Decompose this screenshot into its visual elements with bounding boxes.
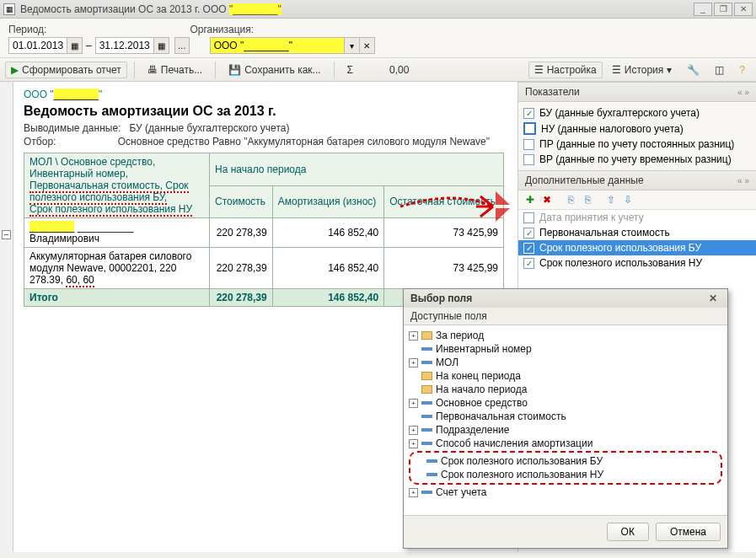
tree-item[interactable]: Срок полезного использования БУ bbox=[414, 454, 717, 468]
report-table: МОЛ \ Основное средство, Инвентарный ном… bbox=[24, 153, 504, 307]
field-icon bbox=[421, 401, 432, 405]
cancel-button[interactable]: Отмена bbox=[656, 523, 721, 541]
tree-item-label: Первоначальная стоимость bbox=[436, 410, 566, 422]
paste-icon[interactable]: ⎘ bbox=[581, 193, 594, 207]
tree-item-label: На конец периода bbox=[436, 370, 521, 382]
expand-icon[interactable]: + bbox=[409, 358, 418, 368]
close-button[interactable]: ✕ bbox=[734, 3, 753, 16]
tree-item[interactable]: +Подразделение bbox=[409, 423, 722, 437]
row-name-hl: ________ bbox=[29, 221, 74, 233]
window-title-org: "________" bbox=[229, 3, 281, 15]
indicator-row[interactable]: ВР (данные по учету временных разниц) bbox=[523, 152, 751, 167]
tree-item[interactable]: Срок полезного использования НУ bbox=[414, 468, 717, 481]
tree-item-label: МОЛ bbox=[436, 357, 458, 368]
report-org: ООО "________" bbox=[24, 89, 507, 100]
period-label: Период: bbox=[8, 24, 46, 35]
expand-icon[interactable]: + bbox=[409, 439, 418, 448]
tree-item-label: За период bbox=[436, 330, 484, 341]
tree-item[interactable]: +Счет учета bbox=[409, 486, 722, 499]
extra-data-row[interactable]: ✓Срок полезного использования НУ bbox=[518, 255, 756, 271]
hdr-left: МОЛ \ Основное средство, Инвентарный ном… bbox=[24, 153, 210, 218]
play-icon: ▶ bbox=[11, 64, 19, 76]
cell: 146 852,40 bbox=[272, 248, 384, 289]
field-icon bbox=[421, 491, 432, 494]
report-title: Ведомость амортизации ОС за 2013 г. bbox=[24, 104, 507, 119]
minimize-button[interactable]: _ bbox=[694, 3, 712, 16]
report-meta1: Выводимые данные: БУ (данные бухгалтерск… bbox=[24, 122, 507, 134]
date-from-input[interactable] bbox=[8, 37, 67, 54]
expand-icon[interactable]: + bbox=[409, 399, 418, 408]
expand-icon[interactable]: + bbox=[409, 331, 418, 341]
org-dropdown-icon[interactable]: ▾ bbox=[345, 37, 360, 54]
ok-button[interactable]: ОК bbox=[607, 523, 649, 541]
history-button[interactable]: ☰История▾ bbox=[606, 62, 678, 78]
collapse-toggle[interactable]: – bbox=[2, 230, 11, 239]
folder-icon bbox=[421, 372, 432, 380]
sigma-button[interactable]: Σ bbox=[341, 62, 359, 78]
help-icon[interactable]: ? bbox=[733, 62, 751, 78]
period-preset-button[interactable]: … bbox=[174, 37, 190, 54]
tree-item[interactable]: Инвентарный номер bbox=[409, 342, 722, 356]
report-org-hl: ________ bbox=[54, 89, 99, 100]
checkbox-icon: ✓ bbox=[523, 243, 534, 254]
date-sep: – bbox=[86, 40, 92, 51]
tree-item[interactable]: Первоначальная стоимость bbox=[409, 410, 722, 423]
table-row[interactable]: ________ __________ Владимирович 220 278… bbox=[24, 218, 504, 248]
history-label: История bbox=[625, 64, 664, 76]
delete-icon[interactable]: ✖ bbox=[540, 193, 554, 207]
extra-data-header[interactable]: Дополнительные данные« » bbox=[518, 170, 756, 190]
move-down-icon[interactable]: ⇩ bbox=[621, 193, 635, 207]
tree-item-label: Подразделение bbox=[436, 424, 509, 436]
settings-icon: ☰ bbox=[534, 64, 544, 76]
extra-data-row[interactable]: Дата принятия к учету bbox=[518, 210, 756, 225]
expand-icon[interactable]: + bbox=[409, 426, 418, 435]
tree-item[interactable]: +За период bbox=[409, 329, 722, 342]
hdr-rest: Остаточная стоимость bbox=[384, 185, 504, 218]
cell: 73 425,99 bbox=[384, 218, 504, 248]
hdr-cost: Стоимость bbox=[210, 185, 273, 218]
add-icon[interactable]: ✚ bbox=[523, 193, 537, 207]
checkbox-icon bbox=[523, 154, 534, 165]
tool-a-icon[interactable]: 🔧 bbox=[681, 62, 705, 78]
cell: 220 278,39 bbox=[210, 248, 273, 289]
org-input[interactable] bbox=[210, 37, 345, 54]
table-row[interactable]: Аккумуляторная батарея силового модуля N… bbox=[24, 248, 504, 289]
checkbox-icon: ✓ bbox=[523, 108, 534, 119]
maximize-button[interactable]: ❐ bbox=[714, 3, 732, 16]
save-as-button[interactable]: 💾Сохранить как... bbox=[223, 62, 326, 78]
app-icon: ▦ bbox=[3, 3, 15, 15]
dialog-close-icon[interactable]: ✕ bbox=[705, 292, 721, 304]
tree-item[interactable]: На начало периода bbox=[409, 383, 722, 396]
expand-icon[interactable]: + bbox=[409, 488, 418, 497]
extra-toolbar: ✚ ✖ ⎘ ⎘ ⇧ ⇩ bbox=[518, 190, 756, 210]
tree-item[interactable]: +Основное средство bbox=[409, 396, 722, 410]
settings-button[interactable]: ☰Настройка bbox=[528, 62, 603, 78]
print-button[interactable]: 🖶Печать... bbox=[142, 62, 208, 78]
tool-b-icon[interactable]: ◫ bbox=[709, 62, 730, 78]
date-to-picker-icon[interactable]: ▦ bbox=[154, 37, 169, 54]
tree-item[interactable]: +МОЛ bbox=[409, 356, 722, 369]
move-up-icon[interactable]: ⇧ bbox=[604, 193, 618, 207]
indicator-row[interactable]: НУ (данные налогового учета) bbox=[523, 121, 751, 137]
field-icon bbox=[421, 361, 432, 364]
folder-icon bbox=[421, 331, 432, 340]
extra-data-label: Первоначальная стоимость bbox=[539, 227, 670, 239]
field-icon bbox=[421, 415, 432, 418]
copy-icon[interactable]: ⎘ bbox=[564, 193, 577, 207]
extra-data-row[interactable]: ✓Срок полезного использования БУ bbox=[518, 240, 756, 255]
indicator-row[interactable]: ✓БУ (данные бухгалтерского учета) bbox=[523, 105, 751, 121]
history-icon: ☰ bbox=[612, 64, 621, 76]
form-report-button[interactable]: ▶Сформировать отчет bbox=[5, 62, 127, 78]
chevron-down-icon: ▾ bbox=[667, 64, 672, 76]
checkbox-icon: ✓ bbox=[523, 258, 534, 269]
date-from-picker-icon[interactable]: ▦ bbox=[67, 37, 83, 54]
field-icon bbox=[421, 347, 432, 351]
tree-item[interactable]: +Способ начисления амортизации bbox=[409, 437, 722, 450]
indicator-row[interactable]: ПР (данные по учету постоянных разниц) bbox=[523, 137, 751, 152]
org-clear-icon[interactable]: ✕ bbox=[360, 37, 375, 54]
tree-item[interactable]: На конец периода bbox=[409, 369, 722, 383]
indicators-header[interactable]: Показатели« » bbox=[518, 82, 756, 102]
date-to-input[interactable] bbox=[95, 37, 154, 54]
highlight-annotation: Срок полезного использования БУСрок поле… bbox=[409, 451, 722, 485]
extra-data-row[interactable]: ✓Первоначальная стоимость bbox=[518, 225, 756, 240]
